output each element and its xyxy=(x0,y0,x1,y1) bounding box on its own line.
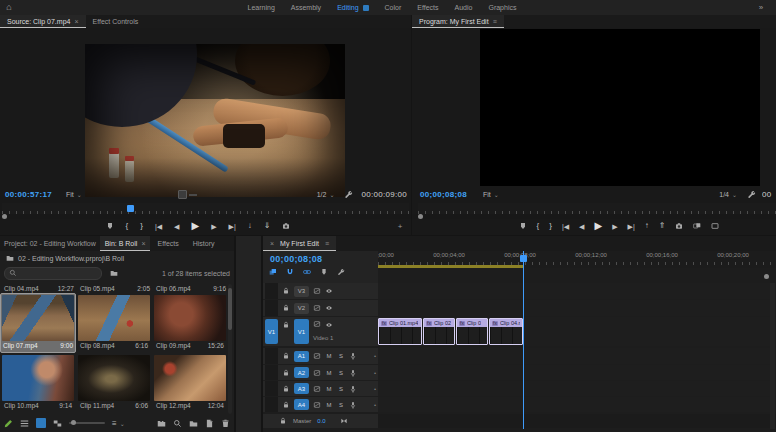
close-icon[interactable]: × xyxy=(141,240,145,247)
lift-button[interactable]: ↑ xyxy=(645,222,649,230)
panel-drag-handle-icon[interactable] xyxy=(178,190,197,199)
keyframe-dot-icon[interactable]: • xyxy=(374,386,376,392)
go-to-out-button[interactable]: ▶| xyxy=(628,223,635,230)
timeline-settings-wrench-icon[interactable] xyxy=(337,268,345,276)
search-box[interactable] xyxy=(4,267,102,280)
tab-source-clip[interactable]: Source: Clip 07.mp4 × xyxy=(0,15,86,28)
delete-trash-icon[interactable] xyxy=(221,419,230,428)
toggle-track-output-eye-icon[interactable] xyxy=(325,287,333,295)
timeline-clip-4[interactable]: fxClip 04.m xyxy=(489,318,523,345)
clip-item[interactable]: Clip 08.mp46:16 xyxy=(78,293,150,349)
keyframe-dot-icon[interactable]: • xyxy=(374,402,376,408)
voiceover-mic-icon[interactable] xyxy=(349,401,357,409)
source-patch-v1[interactable]: V1 xyxy=(265,319,278,344)
sync-lock-icon[interactable] xyxy=(313,385,321,393)
track-content-v2[interactable] xyxy=(378,300,776,316)
workspace-overflow-icon[interactable]: » xyxy=(746,0,776,15)
work-area-bar[interactable] xyxy=(378,265,523,268)
track-target-a2[interactable]: A2 xyxy=(294,367,309,378)
solo-button[interactable]: S xyxy=(337,386,345,392)
lock-icon[interactable] xyxy=(282,304,290,312)
lock-icon[interactable] xyxy=(282,385,290,393)
timeline-vertical-scrollbar[interactable] xyxy=(770,283,775,429)
workspace-tab-learning[interactable]: Learning xyxy=(241,0,282,15)
clip-item-selected[interactable]: Clip 07.mp49:00 xyxy=(0,293,76,353)
voiceover-mic-icon[interactable] xyxy=(349,352,357,360)
timeline-playhead-handle[interactable] xyxy=(520,255,527,262)
track-name-video1[interactable]: Video 1 xyxy=(313,335,333,341)
lock-icon[interactable] xyxy=(282,287,290,295)
play-button[interactable]: ▶ xyxy=(594,221,602,231)
track-target-v3[interactable]: V3 xyxy=(294,286,309,297)
source-resolution-dropdown[interactable]: 1/2⌄ xyxy=(317,191,335,198)
insert-button[interactable]: ↓ xyxy=(248,222,252,230)
new-item-icon[interactable] xyxy=(205,419,214,428)
source-fit-dropdown[interactable]: Fit⌄ xyxy=(66,191,82,198)
toggle-track-output-eye-icon[interactable] xyxy=(325,304,333,312)
icon-view-button-active[interactable] xyxy=(36,418,46,428)
clip-item[interactable]: Clip 10.mp49:14 xyxy=(2,355,74,409)
mark-in-button[interactable]: { xyxy=(126,222,129,230)
play-button[interactable]: ▶ xyxy=(191,221,199,231)
workspace-tab-effects[interactable]: Effects xyxy=(410,0,445,15)
solo-button[interactable]: S xyxy=(337,353,345,359)
mark-in-button[interactable]: { xyxy=(537,222,540,230)
timeline-clip-2[interactable]: fxClip 02 xyxy=(423,318,455,345)
clip-thumbnail[interactable] xyxy=(2,295,74,341)
program-video-preview[interactable] xyxy=(480,29,760,186)
timeline-ruler[interactable]: 00;00;00;00 00;00;04;00 00;00;08;00 00;0… xyxy=(378,251,776,268)
comparison-view-button[interactable] xyxy=(693,222,701,230)
solo-button[interactable]: S xyxy=(337,402,345,408)
clip-thumbnail[interactable] xyxy=(2,355,74,401)
snap-magnet-icon[interactable] xyxy=(286,268,294,276)
track-content-a1[interactable] xyxy=(378,348,776,364)
step-forward-button[interactable]: ▶ xyxy=(612,223,617,230)
lock-icon[interactable] xyxy=(282,369,290,377)
export-frame-button[interactable] xyxy=(675,222,683,230)
source-video-preview[interactable] xyxy=(85,44,345,197)
program-current-timecode[interactable]: 00;00;08;08 xyxy=(420,190,467,199)
linked-selection-icon[interactable] xyxy=(303,268,311,276)
program-mini-ruler[interactable] xyxy=(418,203,776,214)
go-to-out-button[interactable]: ▶| xyxy=(229,223,236,230)
close-icon[interactable]: × xyxy=(270,240,274,247)
add-marker-button[interactable] xyxy=(519,222,527,230)
keyframe-dot-icon[interactable]: • xyxy=(374,370,376,376)
mute-button[interactable]: M xyxy=(325,402,333,408)
lock-icon[interactable] xyxy=(282,352,290,360)
source-mini-ruler[interactable] xyxy=(2,203,409,214)
add-marker-button[interactable] xyxy=(106,222,114,230)
track-target-a1[interactable]: A1 xyxy=(294,351,309,362)
project-scrollbar[interactable] xyxy=(228,284,232,414)
list-view-button-icon[interactable] xyxy=(20,419,29,428)
mute-button[interactable]: M xyxy=(325,353,333,359)
sync-lock-icon[interactable] xyxy=(313,287,321,295)
bin-breadcrumb[interactable]: 02 - Editing Workflow.prproj\B Roll xyxy=(0,251,234,265)
workspace-tab-graphics[interactable]: Graphics xyxy=(481,0,523,15)
nest-sequence-icon[interactable] xyxy=(269,268,277,276)
timeline-current-timecode[interactable]: 00;00;08;08 xyxy=(270,254,322,264)
program-zoom-handle[interactable] xyxy=(418,214,423,219)
source-current-timecode[interactable]: 00:00:57:17 xyxy=(5,190,52,199)
sync-lock-icon[interactable] xyxy=(313,369,321,377)
timeline-scroll-handle[interactable] xyxy=(764,274,769,279)
keyframe-dot-icon[interactable]: • xyxy=(374,353,376,359)
clip-item[interactable]: Clip 09.mp415:26 xyxy=(154,293,226,349)
step-back-button[interactable]: ◀ xyxy=(174,223,179,230)
track-target-v2[interactable]: V2 xyxy=(294,303,309,314)
panel-menu-icon[interactable]: ≡ xyxy=(493,18,497,25)
workspace-tab-audio[interactable]: Audio xyxy=(448,0,480,15)
tab-program[interactable]: Program: My First Edit ≡ xyxy=(412,15,504,28)
go-to-in-button[interactable]: |◀ xyxy=(562,223,569,230)
close-icon[interactable]: × xyxy=(74,18,78,25)
mute-button[interactable]: M xyxy=(325,386,333,392)
program-fit-dropdown[interactable]: Fit⌄ xyxy=(483,191,499,198)
lock-icon[interactable] xyxy=(279,417,287,425)
sort-icons-dropdown[interactable]: ≡⌄ xyxy=(112,419,125,428)
freeform-view-button-icon[interactable] xyxy=(53,419,62,428)
go-to-in-button[interactable]: |◀ xyxy=(155,223,162,230)
timeline-clip-1[interactable]: fxClip 01.mp4 xyxy=(378,318,422,345)
lock-icon[interactable] xyxy=(282,321,290,329)
clip-thumbnail[interactable] xyxy=(78,295,150,341)
sync-lock-icon[interactable] xyxy=(313,304,321,312)
